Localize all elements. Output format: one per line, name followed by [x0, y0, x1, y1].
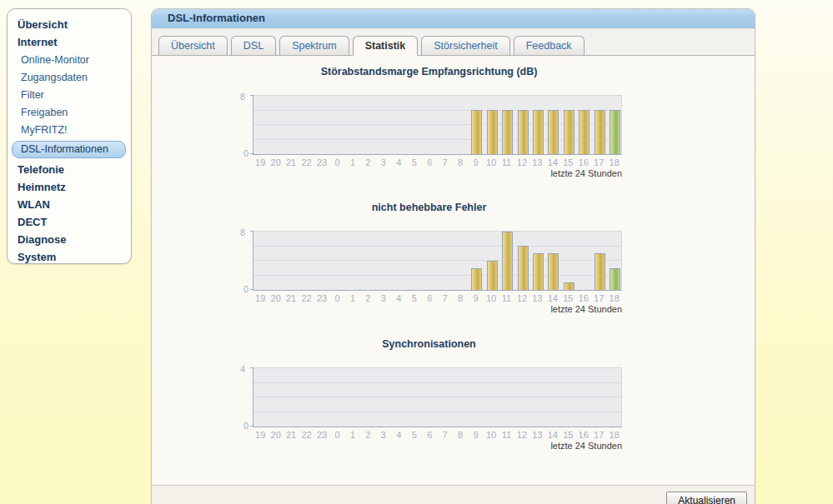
x-tick-label: 15: [560, 157, 575, 167]
sidebar-item-myfritz-[interactable]: MyFRITZ!: [8, 122, 128, 138]
x-tick-label: 18: [606, 157, 621, 167]
x-tick-label: 23: [314, 293, 329, 303]
x-tick-label: 5: [407, 157, 422, 167]
chart-bar-hour-18: [610, 268, 620, 290]
x-tick-label: 14: [545, 430, 560, 440]
sidebar-item-wlan[interactable]: WLAN: [8, 196, 128, 213]
tab-dsl[interactable]: DSL: [231, 36, 276, 56]
sidebar-item-telefonie[interactable]: Telefonie: [8, 161, 128, 178]
x-tick-label: 9: [468, 157, 483, 167]
chart-note: letzte 24 Stunden: [236, 304, 622, 315]
sidebar-item-freigaben[interactable]: Freigaben: [8, 105, 128, 121]
tab-feedback[interactable]: Feedback: [514, 36, 585, 56]
chart-title: Synchronisationen: [236, 337, 622, 351]
x-tick-label: 20: [268, 157, 283, 167]
x-tick-label: 4: [391, 293, 406, 303]
y-axis-max-label: 8: [240, 228, 245, 237]
chart-2: nicht behebbare Fehler801920212223012345…: [236, 201, 622, 315]
x-tick-label: 7: [437, 157, 452, 167]
x-tick-label: 8: [453, 157, 468, 167]
x-tick-label: 15: [560, 293, 575, 303]
x-tick-label: 13: [529, 293, 544, 303]
x-tick-label: 3: [376, 157, 391, 167]
x-tick-label: 3: [376, 430, 391, 440]
y-axis-max-label: 8: [240, 92, 245, 101]
x-tick-label: 2: [360, 430, 375, 440]
chart-bar-hour-9: [471, 110, 482, 154]
y-axis-tick: [250, 153, 253, 154]
refresh-button[interactable]: Aktualisieren: [666, 492, 747, 504]
gridline: [253, 275, 621, 276]
chart-note: letzte 24 Stunden: [236, 441, 622, 452]
chart-bar-hour-15: [564, 110, 575, 154]
x-tick-label: 19: [253, 430, 268, 440]
chart-bar-hour-9: [471, 268, 482, 290]
y-axis-zero-label: 0: [243, 149, 248, 157]
x-axis-labels: 19202122230123456789101112131415161718: [253, 430, 622, 440]
chart-plot-area: 80: [253, 231, 622, 291]
x-tick-label: 5: [407, 293, 422, 303]
x-tick-label: 21: [284, 430, 299, 440]
x-axis-labels: 19202122230123456789101112131415161718: [253, 293, 622, 303]
x-tick-label: 23: [314, 157, 329, 167]
x-axis-labels: 19202122230123456789101112131415161718: [253, 157, 622, 167]
chart-note: letzte 24 Stunden: [236, 168, 622, 179]
panel-footer: Aktualisieren: [152, 485, 755, 504]
x-tick-label: 17: [591, 293, 606, 303]
gridline: [253, 397, 621, 397]
sidebar-item-dect[interactable]: DECT: [8, 213, 128, 231]
sidebar-item-übersicht[interactable]: Übersicht: [8, 16, 128, 33]
sidebar-item-online-monitor[interactable]: Online-Monitor: [8, 52, 128, 68]
chart-bar-hour-12: [518, 246, 529, 290]
x-tick-label: 11: [499, 293, 514, 303]
gridline: [253, 246, 621, 247]
x-tick-label: 18: [606, 430, 621, 440]
x-tick-label: 9: [468, 430, 483, 440]
y-axis-tick: [250, 367, 253, 368]
x-tick-label: 16: [576, 293, 591, 303]
x-tick-label: 11: [499, 157, 514, 167]
x-tick-label: 17: [591, 157, 606, 167]
x-tick-label: 6: [422, 430, 437, 440]
sidebar: ÜbersichtInternetOnline-MonitorZugangsda…: [7, 8, 132, 264]
sidebar-item-dsl-informationen[interactable]: DSL-Informationen: [12, 141, 126, 158]
sidebar-item-internet[interactable]: Internet: [8, 33, 128, 51]
chart-bar-hour-13: [533, 110, 544, 154]
x-tick-label: 19: [253, 293, 268, 303]
x-tick-label: 0: [329, 293, 344, 303]
y-axis-tick: [250, 426, 253, 427]
sidebar-nav: ÜbersichtInternetOnline-MonitorZugangsda…: [8, 16, 128, 266]
x-tick-label: 7: [437, 293, 452, 303]
x-tick-label: 14: [545, 293, 560, 303]
x-tick-label: 10: [484, 157, 499, 167]
tab-störsicherheit[interactable]: Störsicherheit: [421, 36, 509, 56]
statistik-tab-content: Störabstandsmarge Empfangsrichtung (dB)8…: [152, 56, 755, 485]
x-tick-label: 13: [529, 157, 544, 167]
tab-übersicht[interactable]: Übersicht: [158, 36, 228, 56]
x-tick-label: 10: [484, 430, 499, 440]
x-tick-label: 19: [253, 157, 268, 167]
x-tick-label: 23: [314, 430, 329, 440]
chart-bar-hour-11: [502, 110, 513, 154]
x-tick-label: 10: [484, 293, 499, 303]
x-tick-label: 6: [422, 157, 437, 167]
x-tick-label: 9: [468, 293, 483, 303]
tab-spektrum[interactable]: Spektrum: [279, 36, 349, 56]
chart-bar-hour-10: [487, 261, 498, 290]
tab-statistik[interactable]: Statistik: [353, 36, 419, 56]
chart-bar-hour-14: [548, 253, 559, 290]
chart-1: Störabstandsmarge Empfangsrichtung (dB)8…: [236, 65, 622, 179]
x-tick-label: 2: [360, 293, 375, 303]
y-axis-zero-label: 0: [243, 285, 248, 293]
y-axis-tick: [250, 231, 253, 232]
sidebar-item-diagnose[interactable]: Diagnose: [8, 231, 128, 248]
sidebar-item-system[interactable]: System: [8, 248, 128, 266]
x-tick-label: 20: [268, 293, 283, 303]
x-tick-label: 12: [514, 157, 529, 167]
sidebar-item-zugangsdaten[interactable]: Zugangsdaten: [8, 70, 128, 86]
sidebar-item-filter[interactable]: Filter: [8, 87, 128, 103]
sidebar-item-heimnetz[interactable]: Heimnetz: [8, 178, 128, 196]
chart-bar-hour-14: [548, 110, 559, 154]
tab-bar: ÜbersichtDSLSpektrumStatistikStörsicherh…: [152, 28, 755, 56]
x-tick-label: 4: [391, 157, 406, 167]
